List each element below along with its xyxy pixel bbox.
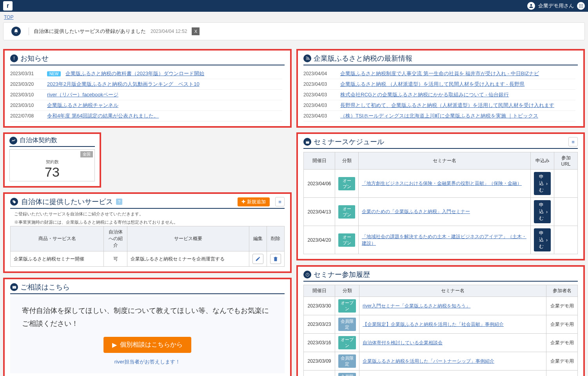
history-table: 開催日 分類 セミナー名 参加者名 2023/03/30 オープン river入… <box>303 285 578 376</box>
panel-menu-button[interactable]: ≡ <box>275 197 285 206</box>
add-service-button[interactable]: ✚ 新規追加 <box>238 197 270 206</box>
news-link[interactable]: 2023年2月版企業版ふるさと納税の人気動画ランキング ベスト10 <box>47 81 200 88</box>
svg-point-2 <box>581 4 581 5</box>
news-link[interactable]: 令和4年度 第64回認定の結果が公表されました。 <box>47 112 159 119</box>
cell-attendee: 企業デモ用 <box>546 371 578 376</box>
col-url: 参加URL <box>554 152 578 170</box>
cell-date: 2023/03/02 <box>304 371 335 376</box>
breadcrumb-top[interactable]: TOP <box>4 14 13 20</box>
latest-link[interactable]: 企業版ふるさと納税制度で人事交流 第一生命の社員を 福井市が受け入れ - 中日B… <box>340 70 539 77</box>
table-row: 2023/03/16 オープン 自治体寄付を検討している企業相談会 企業デモ用 <box>304 334 578 352</box>
apply-button[interactable]: 申込む› <box>534 228 551 251</box>
latest-date: 2023/04/03 <box>303 81 336 87</box>
apps-icon[interactable] <box>577 2 585 10</box>
services-note-2: ※事業実施時の財源には、企業版ふるさと納税による寄付は想定されておりません。 <box>14 219 285 225</box>
trend-icon <box>9 137 17 145</box>
col-intro: 自治体への紹介 <box>104 226 127 251</box>
svg-point-5 <box>581 5 581 6</box>
latest-link[interactable]: 長野県として初めて、企業版ふるさと納税（人材派遣型）を活用して民間人材を受け入れ… <box>340 102 554 109</box>
user-area: 企業デモ用さん <box>527 2 585 10</box>
list-item: 2023/04/04企業版ふるさと納税制度で人事交流 第一生命の社員を 福井市が… <box>303 69 575 79</box>
latest-list[interactable]: 2023/04/04企業版ふるさと納税制度で人事交流 第一生命の社員を 福井市が… <box>303 69 578 121</box>
cell-date: 2023/04/06 <box>304 170 335 198</box>
latest-link[interactable]: 株式会社RCGとの企業版ふるさと納税にかかる取組みについて - 仙台銀行 <box>340 91 509 98</box>
seminar-link[interactable]: 「地域社会の課題を解決するための土木・建設ビジネスのアイデア」（土木・建設） <box>362 233 527 247</box>
latest-date: 2023/04/03 <box>303 92 336 98</box>
services-panel: 自治体に提供したいサービス ? ✚ 新規追加 ≡ ご登録いただいたサービスを自治… <box>3 192 292 273</box>
seminar-link[interactable]: 企業のための「企業版ふるさと納税」入門セミナー <box>362 208 527 215</box>
app-logo[interactable]: r <box>3 1 13 11</box>
cell-intro: 可 <box>104 251 127 267</box>
seminar-link[interactable]: 「地方創生ビジネスにおける保険・金融業界の役割と貢献」（保険・金融） <box>362 180 527 187</box>
contracts-title: 自治体契約数 <box>20 136 57 145</box>
svg-point-7 <box>579 7 580 8</box>
schedule-table: 開催日 分類 セミナー名 申込み 参加URL 2023/04/06 オープン 「… <box>303 152 578 254</box>
table-row: 2023/03/30 オープン river入門セミナー「企業版ふるさと納税を知ろ… <box>304 297 578 315</box>
chevron-right-icon: › <box>546 209 548 215</box>
list-item: 2023/03/202023年2月版企業版ふるさと納税の人気動画ランキング ベス… <box>10 79 282 90</box>
svg-point-4 <box>579 5 580 6</box>
col-service-name: 商品・サービス名 <box>11 226 104 251</box>
cell-url <box>554 226 578 254</box>
latest-panel: 企業版ふるさと納税の最新情報 2023/04/04企業版ふるさと納税制度で人事交… <box>296 49 585 128</box>
delete-button[interactable] <box>270 254 281 264</box>
latest-link[interactable]: 企業版ふるさと納税 （人材派遣型）を活用して民間人材を受け入れます - 長野県 <box>340 81 524 88</box>
apply-button[interactable]: 申込む› <box>534 200 551 223</box>
type-tag: 会員限定 <box>338 318 356 331</box>
svg-point-1 <box>579 4 580 5</box>
notification-close-button[interactable]: X <box>192 27 200 35</box>
cell-date: 2023/03/16 <box>304 334 335 352</box>
list-item: 2023/04/03長野県として初めて、企業版ふるさと納税（人材派遣型）を活用し… <box>303 100 575 111</box>
table-row: 2023/04/20 オープン 「地域社会の課題を解決するための土木・建設ビジネ… <box>304 226 578 254</box>
help-icon[interactable]: ? <box>116 199 122 205</box>
col-delete: 削除 <box>267 226 285 251</box>
history-title: セミナー参加履歴 <box>314 270 370 279</box>
type-tag: 会員限定 <box>338 373 356 376</box>
table-row: 2023/03/09 会員限定 企業版ふるさと納税を活用した「パートナーシップ」… <box>304 352 578 371</box>
news-link[interactable]: 企業版ふるさと納税チャンネル <box>47 102 118 109</box>
consult-message: 寄付自治体を探してほしい、制度について教えてほしい等、なんでもお気楽にご相談くだ… <box>22 304 273 330</box>
schedule-panel: セミナースケジュール ≡ 開催日 分類 セミナー名 申込み 参加URL 2023… <box>296 132 585 260</box>
news-link[interactable]: 企業版ふるさと納税の教科書（2023年版）ダウンロード開始 <box>65 70 204 77</box>
history-panel: セミナー参加履歴 開催日 分類 セミナー名 参加者名 2023/03/30 オー… <box>296 265 585 376</box>
seminar-link[interactable]: river入門セミナー「企業版ふるさと納税を知ろう」 <box>363 303 543 309</box>
seminar-link[interactable]: 企業版ふるさと納税を活用した「パートナーシップ」事例紹介 <box>363 358 543 365</box>
contracts-panel: 自治体契約数 全国 契約数 73 <box>3 132 101 188</box>
consult-button[interactable]: ▶ 個別相談はこちらから <box>103 337 191 353</box>
cell-type: オープン <box>335 198 359 226</box>
list-item: 2023/03/10企業版ふるさと納税チャンネル <box>10 100 282 111</box>
cell-attendee: 企業デモ用 <box>546 334 578 352</box>
news-link[interactable]: river（リバー）facebookページ <box>47 91 118 98</box>
panel-menu-button[interactable]: ≡ <box>568 137 578 146</box>
col-type: 分類 <box>335 285 359 297</box>
list-item: 2023/04/03（株）TSIホールディングスは北海道上川町に企業版ふるさと納… <box>303 111 575 121</box>
list-item: 2023/04/03企業版ふるさと納税 （人材派遣型）を活用して民間人材を受け入… <box>303 79 575 90</box>
news-list[interactable]: 2023/03/31NEW企業版ふるさと納税の教科書（2023年版）ダウンロード… <box>10 69 285 121</box>
notification-text: 自治体に提供したいサービスの登録がありました <box>34 28 146 35</box>
seminar-link[interactable]: 【企業限定】企業版ふるさと納税を活用した「社会貢献」事例紹介 <box>363 321 543 328</box>
latest-title: 企業版ふるさと納税の最新情報 <box>314 54 412 63</box>
cell-type: 会員限定 <box>335 371 359 376</box>
cell-attendee: 企業デモ用 <box>546 352 578 371</box>
bell-icon[interactable] <box>11 27 21 36</box>
cell-url <box>554 170 578 198</box>
contracts-box: 全国 契約数 73 <box>9 149 95 181</box>
edit-button[interactable] <box>252 254 263 264</box>
seminar-link[interactable]: 自治体寄付を検討している企業相談会 <box>363 340 543 346</box>
news-date: 2023/03/31 <box>10 71 42 76</box>
cell-type: オープン <box>335 170 359 198</box>
table-row: 2023/04/06 オープン 「地方創生ビジネスにおける保険・金融業界の役割と… <box>304 170 578 198</box>
tag-icon <box>10 198 18 206</box>
svg-point-3 <box>582 4 583 5</box>
table-row: 2023/03/23 会員限定 【企業限定】企業版ふるさと納税を活用した「社会貢… <box>304 315 578 334</box>
news-date: 2023/03/10 <box>10 103 42 108</box>
cell-type: オープン <box>335 226 359 254</box>
apply-button[interactable]: 申込む› <box>534 172 551 195</box>
user-icon[interactable] <box>527 2 535 10</box>
new-badge: NEW <box>47 71 61 76</box>
services-title: 自治体に提供したいサービス <box>21 197 113 206</box>
news-date: 2023/03/20 <box>10 81 42 87</box>
table-row: 企業版ふるさと納税セミナー開催 可 企業版ふるさと納税セミナーを企画運営する <box>11 251 285 267</box>
cell-date: 2023/03/09 <box>304 352 335 371</box>
latest-link[interactable]: （株）TSIホールディングスは北海道上川町に企業版ふるさと納税を実施 ｜トピック… <box>340 112 538 119</box>
